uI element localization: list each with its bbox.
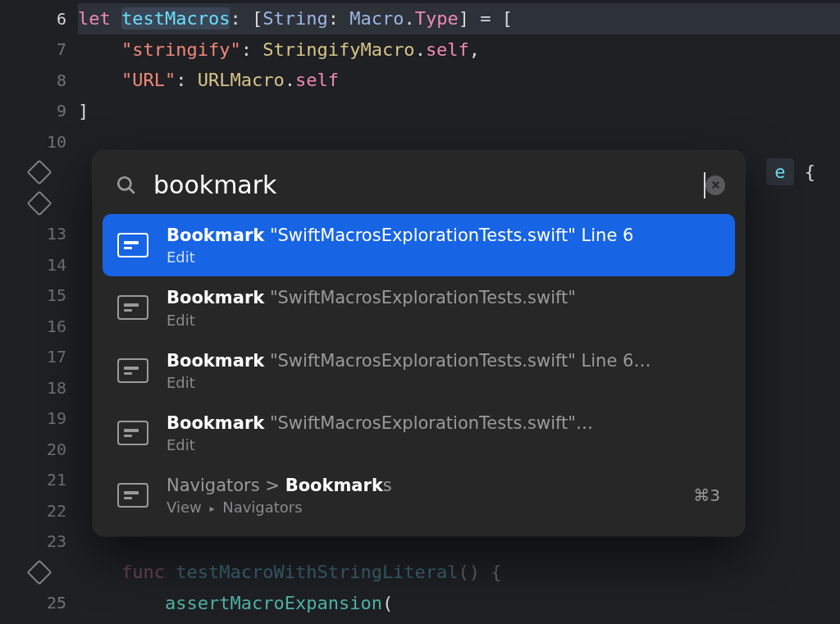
result-item-3[interactable]: Bookmark "SwiftMacrosExplorationTests.sw…: [103, 402, 735, 464]
svg-line-1: [130, 188, 135, 193]
search-row: [93, 164, 745, 214]
result-text: Bookmark "SwiftMacrosExplorationTests.sw…: [167, 225, 720, 266]
svg-point-0: [118, 177, 130, 189]
keyboard-shortcut: ⌘3: [693, 485, 720, 505]
breakpoint-marker[interactable]: [0, 188, 78, 219]
partial-code-behind: e {: [766, 162, 815, 182]
line-number[interactable]: 9: [0, 96, 78, 127]
code-line-7[interactable]: "stringify": StringifyMacro.self,: [78, 34, 840, 66]
clear-button[interactable]: [705, 175, 725, 195]
line-number[interactable]: 20: [0, 434, 78, 465]
line-number[interactable]: 19: [0, 403, 78, 435]
breakpoint-marker[interactable]: [0, 157, 78, 189]
line-number[interactable]: 21: [0, 465, 78, 496]
line-number[interactable]: 10: [0, 126, 78, 157]
bookmark-icon: [117, 421, 148, 445]
code-line-8[interactable]: "URL": URLMacro.self: [78, 65, 840, 96]
result-item-0[interactable]: Bookmark "SwiftMacrosExplorationTests.sw…: [103, 214, 735, 276]
line-gutter: 678910131415161718192021222325: [0, 0, 78, 624]
search-input[interactable]: [153, 171, 703, 199]
search-icon: [116, 175, 137, 196]
line-number[interactable]: 7: [0, 34, 78, 66]
code-line-6[interactable]: let testMacros: [String: Macro.Type] = [: [78, 3, 840, 34]
line-number[interactable]: 22: [0, 495, 78, 526]
line-number[interactable]: 17: [0, 342, 78, 373]
bookmark-icon: [117, 295, 148, 320]
command-palette[interactable]: Bookmark "SwiftMacrosExplorationTests.sw…: [93, 151, 745, 536]
line-number[interactable]: 6: [0, 3, 78, 34]
code-line-25[interactable]: assertMacroExpansion(: [78, 588, 840, 619]
result-text: Bookmark "SwiftMacrosExplorationTests.sw…: [167, 350, 720, 391]
line-number[interactable]: 18: [0, 372, 78, 403]
result-item-2[interactable]: Bookmark "SwiftMacrosExplorationTests.sw…: [103, 339, 735, 402]
result-item-1[interactable]: Bookmark "SwiftMacrosExplorationTests.sw…: [103, 276, 735, 339]
result-title: Bookmark "SwiftMacrosExplorationTests.sw…: [167, 287, 720, 309]
bookmark-icon: [117, 483, 148, 508]
code-line-26[interactable]: """: [78, 618, 840, 624]
bookmark-icon: [117, 233, 148, 257]
line-number[interactable]: 23: [0, 526, 78, 558]
code-line-9[interactable]: ]: [78, 96, 840, 127]
result-item-4[interactable]: Navigators > BookmarksView ▸ Navigators⌘…: [103, 464, 735, 526]
line-number[interactable]: 15: [0, 280, 78, 312]
result-subtitle: Edit: [167, 436, 720, 453]
line-number[interactable]: 8: [0, 65, 78, 96]
breakpoint-marker[interactable]: [0, 557, 78, 588]
result-title: Bookmark "SwiftMacrosExplorationTests.sw…: [167, 225, 720, 247]
result-title: Bookmark "SwiftMacrosExplorationTests.sw…: [167, 350, 720, 372]
code-line-24[interactable]: func testMacroWithStringLiteral() {: [78, 557, 840, 588]
line-number[interactable]: 25: [0, 588, 78, 619]
line-number[interactable]: 14: [0, 249, 78, 280]
diamond-icon: [26, 559, 52, 585]
bookmark-icon: [117, 358, 148, 383]
result-title: Navigators > Bookmarks: [167, 475, 683, 497]
result-text: Bookmark "SwiftMacrosExplorationTests.sw…: [167, 287, 720, 328]
line-number[interactable]: 16: [0, 311, 78, 342]
result-subtitle: Edit: [167, 312, 720, 329]
result-subtitle: Edit: [167, 248, 720, 266]
result-subtitle: View ▸ Navigators: [167, 499, 683, 516]
result-title: Bookmark "SwiftMacrosExplorationTests.sw…: [167, 412, 720, 435]
result-subtitle: Edit: [167, 374, 720, 391]
result-text: Bookmark "SwiftMacrosExplorationTests.sw…: [167, 412, 720, 453]
diamond-icon: [26, 160, 52, 185]
keyword: let: [78, 8, 111, 29]
result-text: Navigators > BookmarksView ▸ Navigators: [167, 475, 683, 516]
diamond-icon: [26, 190, 52, 216]
line-number[interactable]: 13: [0, 219, 78, 250]
identifier: testMacros: [121, 8, 230, 29]
results-list: Bookmark "SwiftMacrosExplorationTests.sw…: [103, 214, 735, 526]
